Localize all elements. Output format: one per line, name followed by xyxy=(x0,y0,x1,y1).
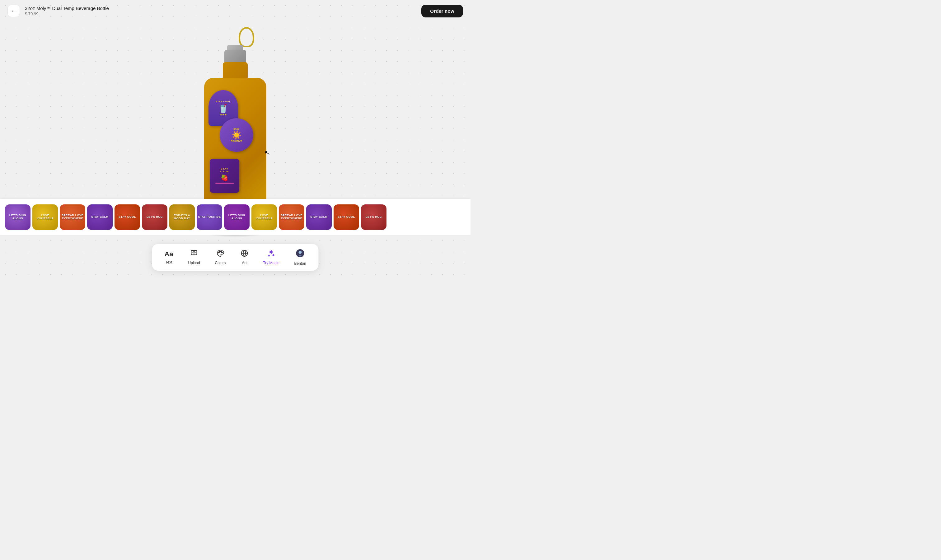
sticker-item[interactable]: LET'S HUG xyxy=(361,205,387,230)
sticker-stay-positive[interactable]: STAY ☀️ POSITIVE xyxy=(220,118,253,152)
toolbar-upload-label: Upload xyxy=(188,261,200,265)
svg-point-3 xyxy=(219,251,220,252)
sticker-item[interactable]: STAY CALM xyxy=(87,205,112,230)
handle-tr[interactable] xyxy=(244,118,247,120)
art-icon xyxy=(240,249,248,259)
toolbar-colors[interactable]: Colors xyxy=(213,248,228,266)
sticker-item[interactable]: LOVE YOURSELF xyxy=(251,205,277,230)
sticker-item[interactable]: SPREAD LOVE EVERYWHERE xyxy=(279,205,304,230)
toolbar-magic-label: Try Magic xyxy=(263,261,279,265)
header-left: ← 32oz Moly™ Dual Temp Beverage Bottle $… xyxy=(8,5,109,17)
handle-br[interactable] xyxy=(244,150,247,152)
text-icon: Aa xyxy=(164,250,173,258)
order-now-button[interactable]: Order now xyxy=(421,5,463,17)
handle-tl[interactable] xyxy=(226,118,229,120)
magic-icon xyxy=(267,249,275,259)
svg-point-4 xyxy=(220,251,221,252)
svg-point-9 xyxy=(299,251,302,254)
sticker-item[interactable]: STAY COOL xyxy=(334,205,359,230)
toolbar-art[interactable]: Art xyxy=(238,248,251,266)
svg-point-5 xyxy=(221,252,222,253)
sticker-item[interactable]: STAY POSITIVE xyxy=(197,205,222,230)
sticker-item[interactable]: SPREAD LOVE EVERYWHERE xyxy=(60,205,85,230)
sticker-item[interactable]: LET'S SING ALONG xyxy=(224,205,249,230)
toolbar-benton-label: Benton xyxy=(294,262,306,266)
carabiner xyxy=(239,27,254,47)
back-button[interactable]: ← xyxy=(8,5,20,17)
sticker-stay-calm[interactable]: STAYCALM 🍓 xyxy=(210,158,239,193)
toolbar-text-label: Text xyxy=(165,260,172,265)
handle-bl[interactable] xyxy=(226,150,229,152)
toolbar-upload[interactable]: Upload xyxy=(186,248,203,266)
sticker-item[interactable]: STAY COOL xyxy=(114,205,140,230)
sticker-item[interactable]: LOVE YOURSELF xyxy=(32,205,58,230)
upload-icon xyxy=(191,249,198,259)
product-info: 32oz Moly™ Dual Temp Beverage Bottle $ 7… xyxy=(25,6,109,16)
toolbar-text[interactable]: Aa Text xyxy=(162,249,176,266)
canvas-area: STAY COOL 🥤 ★ ★ ★ STAY ☀️ POSITIVE STAYC… xyxy=(0,0,470,280)
bottle-cap xyxy=(224,50,246,64)
bottom-toolbar: Aa Text Upload Colors xyxy=(152,244,318,271)
toolbar-art-label: Art xyxy=(242,261,247,265)
toolbar-colors-label: Colors xyxy=(215,261,226,265)
sticker-strip: LET'S SING ALONG LOVE YOURSELF SPREAD LO… xyxy=(0,199,470,235)
toolbar-try-magic[interactable]: Try Magic xyxy=(260,248,282,266)
sticker-item[interactable]: LET'S HUG xyxy=(142,205,168,230)
svg-point-2 xyxy=(218,252,219,253)
header: ← 32oz Moly™ Dual Temp Beverage Bottle $… xyxy=(0,0,470,22)
colors-icon xyxy=(217,249,224,259)
sticker-item[interactable]: STAY CALM xyxy=(306,205,332,230)
benton-icon xyxy=(296,249,305,260)
sticker-scroll: LET'S SING ALONG LOVE YOURSELF SPREAD LO… xyxy=(0,201,470,233)
sticker-item[interactable]: TODAY'S A GOOD DAY xyxy=(169,205,195,230)
sticker-item[interactable]: LET'S SING ALONG xyxy=(5,205,31,230)
product-name: 32oz Moly™ Dual Temp Beverage Bottle xyxy=(25,6,109,11)
product-price: $ 79.99 xyxy=(25,12,109,16)
toolbar-benton[interactable]: Benton xyxy=(292,248,309,267)
